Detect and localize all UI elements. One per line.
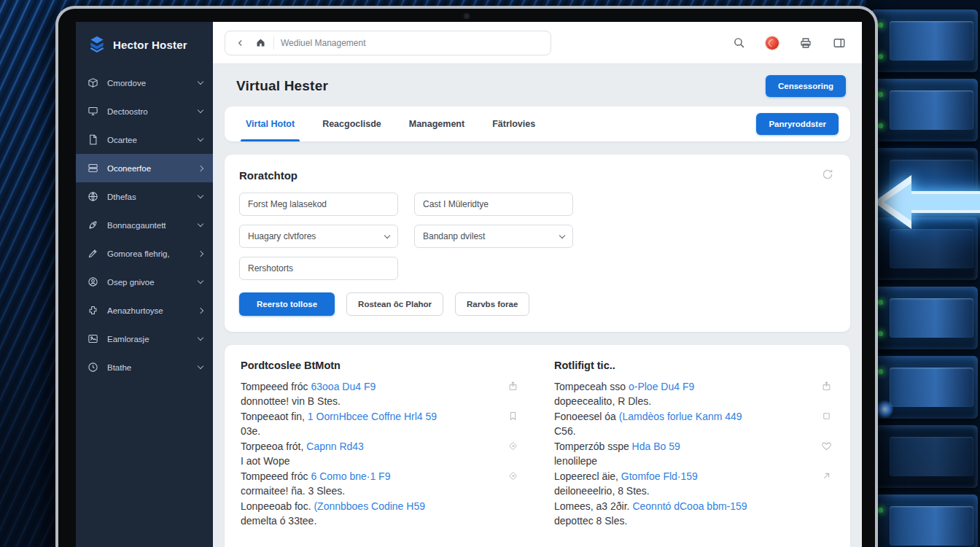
green-led [878, 508, 883, 513]
tab-3[interactable]: Management [395, 106, 478, 141]
sidebar-item-1[interactable]: Cmordove [76, 69, 213, 97]
sidebar-item-11[interactable]: Btathe [76, 353, 213, 381]
green-led [878, 123, 883, 128]
item-link[interactable]: Hda Bo 59 [632, 441, 680, 452]
rocket-icon [88, 220, 99, 231]
sidebar-item-label: Eamlorasje [107, 335, 190, 344]
sidebar-item-3[interactable]: Ocartee [76, 125, 213, 154]
brand-name: Hector Hoster [113, 39, 187, 51]
sidebar-item-label: Btathe [107, 363, 190, 372]
clock-icon [88, 362, 99, 373]
panel-icon[interactable] [833, 36, 846, 50]
square-icon[interactable] [821, 409, 834, 438]
printer-icon[interactable] [799, 36, 812, 50]
server-unit [871, 494, 978, 547]
item-link[interactable]: Ceonntó dCooa bbm-159 [632, 500, 747, 512]
green-led [878, 300, 883, 305]
list-item-text: Tompeeed fróc 63ooa Du4 F9 donnottee! vi… [241, 379, 497, 408]
document-icon [88, 134, 99, 146]
heart-icon[interactable] [821, 439, 834, 468]
input-field-2[interactable] [414, 193, 573, 216]
icon-placeholder [821, 499, 834, 528]
tab-virtual-hoster[interactable]: Virtal Hotot [232, 106, 308, 141]
item-link[interactable]: (Lamdèos forlue Kanm 449 [619, 411, 742, 422]
tab-bar: Virtal Hotot Reacgoclisde Management Fät… [225, 106, 850, 141]
item-text: Tompeeed fróc [241, 470, 311, 482]
list-column-left: Pordtcoslee BtMotn Tompeeed fróc 63ooa D… [241, 360, 521, 529]
select-field-1[interactable]: Huagary clvtfores [239, 225, 398, 248]
user-circle-icon [88, 276, 99, 288]
chevron-right-icon [198, 165, 203, 171]
sidebar-item-label: Ocartee [107, 136, 190, 144]
chevron-down-icon [198, 79, 203, 85]
list-item-text: Fonoeesel óa (Lamdèos forlue Kanm 449 C5… [554, 409, 811, 438]
list-item-text: Torpeeoa frót, Capnn Rd43 I aot Wope [241, 439, 497, 468]
tabbar-action-button[interactable]: Panryroddster [756, 113, 839, 135]
breadcrumb-search-box[interactable]: Wediuel Management [225, 31, 551, 55]
header-primary-button[interactable]: Censessoring [766, 75, 846, 97]
list-column-right: Rotlifigt tic.. Tompeceah sso o-Ploe Du4… [554, 360, 834, 529]
tab-2[interactable]: Reacgoclisde [308, 106, 395, 141]
form-card: Roratchtop Huagary clvtfores Bandanp dvi… [225, 155, 850, 332]
sidebar-item-label: Gomorea flehrig, [107, 249, 190, 258]
item-text: Tompeeed fróc [241, 381, 311, 392]
item-link[interactable]: o-Ploe Du4 F9 [629, 381, 694, 392]
sidebar-item-4-active[interactable]: Oconeerfoe [76, 154, 213, 182]
bookmark-icon[interactable] [508, 409, 521, 438]
sidebar-item-10[interactable]: Eamlorasje [76, 325, 213, 353]
sidebar-item-8[interactable]: Osep gnivoe [76, 268, 213, 296]
chevron-down-icon [559, 232, 565, 238]
item-link[interactable]: 63ooa Du4 F9 [311, 381, 376, 392]
item-text: Tompeceah sso [554, 381, 629, 392]
breadcrumb: Wediuel Management [281, 38, 366, 48]
sidebar-item-7[interactable]: Gomorea flehrig, [76, 239, 213, 268]
item-link[interactable]: (Zonnbboes Codine H59 [314, 500, 425, 512]
notifications-icon[interactable] [766, 36, 779, 50]
select-field-2[interactable]: Bandanp dvilest [414, 225, 573, 248]
sidebar-item-label: Dthefas [107, 193, 190, 201]
servers-icon [88, 163, 99, 174]
item-link[interactable]: Capnn Rd43 [306, 441, 364, 452]
item-text: Torpeeoa frót, [241, 441, 306, 452]
input-field-3[interactable] [239, 257, 398, 280]
list-item: Torpeeoa frót, Capnn Rd43 I aot Wope [241, 439, 521, 468]
form-title: Roratchtop [239, 169, 836, 182]
form-secondary-button[interactable]: Rostean ôc Plahor [346, 292, 443, 316]
share-icon[interactable] [508, 379, 521, 408]
form-tertiary-button[interactable]: Rarvbs forae [455, 292, 529, 316]
sidebar-item-6[interactable]: Bonnacgauntett [76, 211, 213, 239]
list-item-text: Tomperzób sspe Hda Bo 59 lenolilepe [554, 439, 811, 468]
item-link[interactable]: 6 Como bne·1 F9 [311, 470, 391, 482]
chevron-left-icon[interactable] [234, 36, 247, 50]
item-subtext: deiloneeelrio, 8 Stes. [554, 484, 811, 498]
sidebar-item-5[interactable]: Dthefas [76, 182, 213, 211]
search-icon[interactable] [732, 36, 745, 50]
list-item-text: Tompeceah sso o-Ploe Du4 F9 dopeecealito… [554, 379, 811, 408]
tab-4[interactable]: Fätrlovies [478, 106, 549, 141]
refresh-icon[interactable] [821, 168, 834, 181]
list-item: Lonpeeoab foc. (Zonnbboes Codine H59 dem… [241, 499, 521, 528]
green-led [878, 369, 883, 374]
input-field-1[interactable] [239, 193, 398, 216]
diamond-arrow-icon[interactable] [508, 439, 521, 468]
puzzle-icon [88, 305, 99, 317]
laptop-frame: Hector Hoster Cmordove Dectoostro Ocarte… [55, 6, 878, 547]
item-link[interactable]: 1 OornHbcee Coffne Hrl4 59 [308, 411, 437, 422]
home-icon[interactable] [254, 36, 267, 50]
form-primary-button[interactable]: Reersto tollose [239, 292, 335, 316]
page-header: Virtual Hester Censessoring [225, 64, 850, 106]
item-subtext: depottec 8 Sles. [554, 513, 811, 528]
globe-icon [88, 191, 99, 203]
sidebar-item-9[interactable]: Aenazhurtoyse [76, 296, 213, 325]
item-link[interactable]: Gtomfoe Fld·159 [621, 470, 698, 482]
chevron-down-icon [198, 363, 203, 369]
arrow-up-right-icon[interactable] [821, 469, 834, 498]
share-icon[interactable] [821, 379, 834, 408]
brand[interactable]: Hector Hoster [76, 22, 213, 69]
chevron-right-icon [198, 307, 203, 313]
sidebar-item-2[interactable]: Dectoostro [76, 97, 213, 125]
diamond-arrow-icon[interactable] [508, 469, 521, 498]
page-content: Virtual Hester Censessoring Virtal Hotot… [213, 64, 862, 547]
sidebar-item-label: Aenazhurtoyse [107, 306, 190, 315]
main-area: Wediuel Management Virtual Hester Censes… [213, 22, 862, 547]
